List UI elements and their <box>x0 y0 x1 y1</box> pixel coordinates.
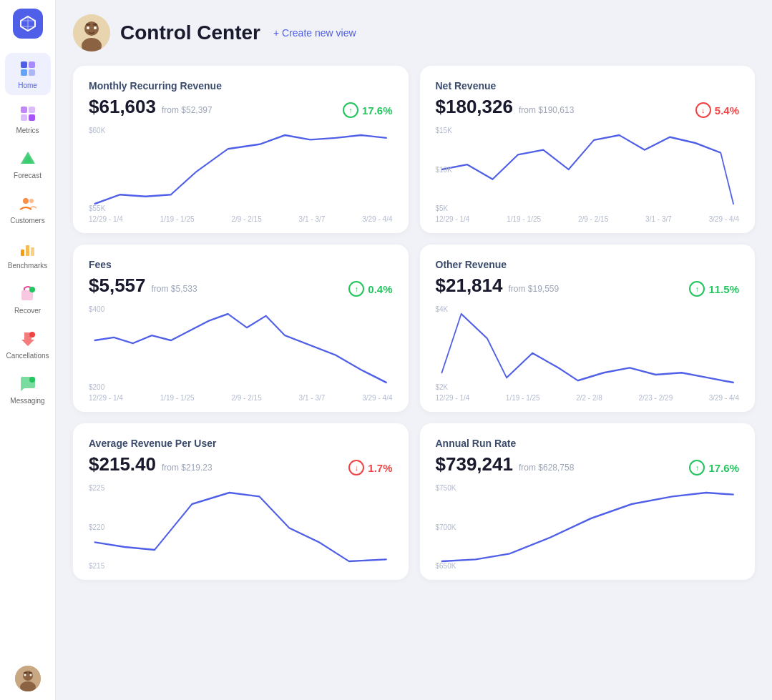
recover-icon <box>18 284 38 304</box>
chart-mrr: $60K$55K <box>89 127 393 212</box>
card-value-row-mrr: $61,603 from $52,397 ↑ 17.6% <box>89 96 393 118</box>
sidebar-item-benchmarks-label: Benchmarks <box>8 262 48 270</box>
svg-point-17 <box>29 332 35 337</box>
create-new-view-button[interactable]: + Create new view <box>273 27 356 39</box>
badge-value-fees: 0.4% <box>368 283 392 295</box>
sidebar-item-customers[interactable]: Customers <box>5 188 51 230</box>
cancellations-icon <box>18 329 38 349</box>
badge-value-mrr: 17.6% <box>362 104 393 117</box>
sidebar: Home Metrics Forecast <box>0 0 56 700</box>
chart-svg-net-revenue <box>436 127 740 212</box>
svg-rect-24 <box>24 672 27 674</box>
metrics-icon <box>18 104 38 124</box>
chart-annual-run-rate: $750K$700K$650K <box>436 484 740 570</box>
chart-x-labels-net-revenue: 12/29 - 1/41/19 - 1/252/9 - 2/153/1 - 3/… <box>436 215 740 223</box>
header-avatar <box>73 14 110 51</box>
svg-point-23 <box>29 674 31 676</box>
chart-net-revenue: $15K$10K$5K <box>436 127 740 212</box>
main-content: Control Center + Create new view Monthly… <box>56 0 772 700</box>
card-arpu: Average Revenue Per User $215.40 from $2… <box>73 423 409 580</box>
user-avatar[interactable] <box>15 666 41 691</box>
svg-point-29 <box>87 26 89 29</box>
badge-value-arpu: 1.7% <box>368 462 392 474</box>
sidebar-item-benchmarks[interactable]: Benchmarks <box>5 233 51 275</box>
sidebar-item-recover[interactable]: Recover <box>5 278 51 320</box>
card-other-revenue: Other Revenue $21,814 from $19,559 ↑ 11.… <box>420 245 756 412</box>
card-value-fees: $5,557 <box>89 275 146 297</box>
home-icon <box>18 59 38 79</box>
card-value-row-fees: $5,557 from $5,533 ↑ 0.4% <box>89 275 393 297</box>
card-from-mrr: from $52,397 <box>162 105 212 115</box>
card-mrr: Monthly Recurring Revenue $61,603 from $… <box>73 66 409 233</box>
sidebar-item-metrics[interactable]: Metrics <box>5 98 51 140</box>
card-title-net-revenue: Net Revenue <box>436 80 740 92</box>
page-title: Control Center <box>120 21 260 44</box>
chart-line-fees <box>94 314 386 383</box>
sidebar-bottom <box>15 666 41 691</box>
forecast-icon <box>18 149 38 169</box>
svg-point-30 <box>94 26 97 29</box>
chart-line-net-revenue <box>441 135 733 204</box>
sidebar-item-messaging-label: Messaging <box>10 397 44 405</box>
badge-arrow-arpu: ↓ <box>348 460 364 475</box>
customers-icon <box>18 194 38 214</box>
chart-arpu: $225$220$215 <box>89 484 393 570</box>
svg-rect-25 <box>29 672 32 674</box>
chart-svg-mrr <box>89 127 393 212</box>
card-from-arpu: from $219.23 <box>162 463 212 473</box>
chart-svg-arpu <box>89 484 393 570</box>
svg-rect-6 <box>21 114 27 121</box>
card-title-other-revenue: Other Revenue <box>436 259 740 270</box>
badge-value-annual-run-rate: 17.6% <box>708 462 739 474</box>
sidebar-item-messaging[interactable]: Messaging <box>5 368 51 410</box>
card-value-row-arpu: $215.40 from $219.23 ↓ 1.7% <box>89 453 393 475</box>
badge-arrow-annual-run-rate: ↑ <box>689 460 705 475</box>
card-value-row-other-revenue: $21,814 from $19,559 ↑ 11.5% <box>436 275 740 297</box>
svg-point-11 <box>29 199 34 203</box>
svg-rect-31 <box>86 24 90 26</box>
card-badge-other-revenue: ↑ 11.5% <box>689 281 739 297</box>
card-value-row-annual-run-rate: $739,241 from $628,758 ↑ 17.6% <box>436 453 740 475</box>
chart-x-labels-fees: 12/29 - 1/41/19 - 1/252/9 - 2/153/1 - 3/… <box>89 394 393 402</box>
chart-x-labels-other-revenue: 12/29 - 1/41/19 - 1/252/2 - 2/82/23 - 2/… <box>436 394 740 402</box>
card-badge-mrr: ↑ 17.6% <box>343 102 393 118</box>
metrics-grid: Monthly Recurring Revenue $61,603 from $… <box>73 66 755 580</box>
card-from-fees: from $5,533 <box>152 284 197 294</box>
card-badge-net-revenue: ↓ 5.4% <box>695 102 739 118</box>
messaging-icon <box>18 374 38 394</box>
badge-value-other-revenue: 11.5% <box>708 283 739 295</box>
card-title-mrr: Monthly Recurring Revenue <box>89 80 393 92</box>
benchmarks-icon <box>18 239 38 259</box>
chart-x-labels-mrr: 12/29 - 1/41/19 - 1/252/9 - 2/153/1 - 3/… <box>89 215 393 223</box>
svg-rect-32 <box>93 24 97 26</box>
svg-point-18 <box>29 377 35 383</box>
card-value-arpu: $215.40 <box>89 453 156 475</box>
sidebar-item-forecast-label: Forecast <box>14 172 41 179</box>
badge-arrow-other-revenue: ↑ <box>689 281 705 297</box>
app-logo[interactable] <box>13 9 43 39</box>
sidebar-item-home-label: Home <box>18 82 37 89</box>
card-value-other-revenue: $21,814 <box>436 275 503 297</box>
chart-line-mrr <box>94 135 386 204</box>
card-title-annual-run-rate: Annual Run Rate <box>436 438 740 449</box>
svg-rect-3 <box>29 69 35 76</box>
card-badge-arpu: ↓ 1.7% <box>348 460 392 475</box>
card-net-revenue: Net Revenue $180,326 from $190,613 ↓ 5.4… <box>420 66 756 233</box>
sidebar-item-forecast[interactable]: Forecast <box>5 143 51 185</box>
svg-rect-12 <box>21 250 24 256</box>
chart-line-other-revenue <box>441 314 733 383</box>
sidebar-item-home[interactable]: Home <box>5 53 51 95</box>
sidebar-item-metrics-label: Metrics <box>16 127 39 134</box>
card-value-net-revenue: $180,326 <box>436 96 513 118</box>
chart-svg-annual-run-rate <box>436 484 740 570</box>
svg-rect-7 <box>29 114 35 121</box>
card-from-other-revenue: from $19,559 <box>508 284 559 294</box>
svg-rect-4 <box>21 107 27 113</box>
chart-fees: $400$200 <box>89 305 393 391</box>
svg-point-10 <box>23 198 29 204</box>
card-from-annual-run-rate: from $628,758 <box>519 463 574 473</box>
card-badge-annual-run-rate: ↑ 17.6% <box>689 460 739 475</box>
card-value-mrr: $61,603 <box>89 96 156 118</box>
card-title-fees: Fees <box>89 259 393 270</box>
sidebar-item-cancellations[interactable]: Cancellations <box>5 323 51 365</box>
